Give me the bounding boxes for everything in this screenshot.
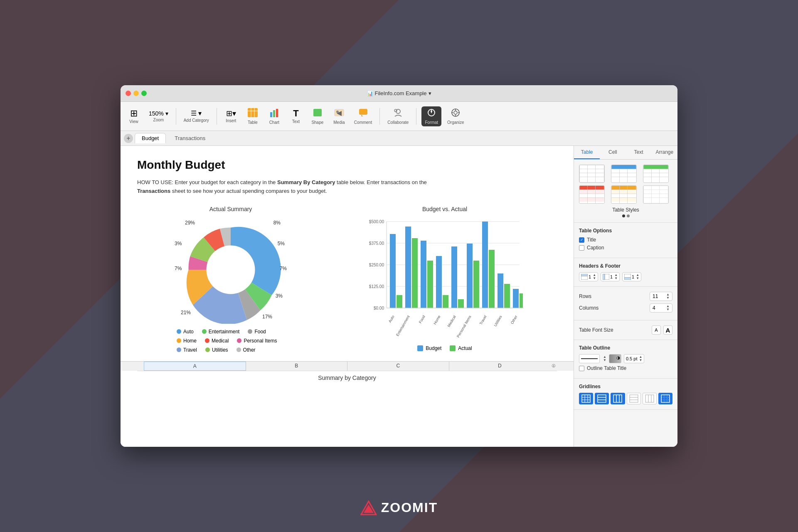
- minimize-button[interactable]: [133, 91, 139, 96]
- font-size-large-button[interactable]: A: [663, 325, 672, 335]
- organize-button[interactable]: Organize: [445, 106, 467, 126]
- table-style-yellow-header[interactable]: [611, 185, 637, 204]
- gridlines-none-button[interactable]: [658, 393, 672, 404]
- svg-text:Food: Food: [418, 315, 426, 324]
- donut-label-entertainment: 8%: [273, 220, 281, 226]
- step-down-footer-icon[interactable]: ▼: [636, 277, 639, 280]
- svg-text:Other: Other: [510, 315, 518, 325]
- column-headers-row: A B C D ⦿: [121, 361, 574, 371]
- columns-stepper[interactable]: ▲ ▼: [666, 305, 670, 311]
- rows-input[interactable]: 11 ▲ ▼: [650, 292, 672, 301]
- svg-rect-48: [504, 284, 510, 308]
- insert-button[interactable]: ⊞▾ Insert: [222, 108, 240, 125]
- hf-cols-stepper[interactable]: ▲ ▼: [614, 273, 618, 280]
- thickness-stepper[interactable]: ▲ ▼: [639, 355, 642, 362]
- bar-chart-title: Budget vs. Actual: [332, 206, 557, 212]
- donut-label-personal: 7%: [175, 266, 182, 271]
- window-title: 📊 FileInfo.com Example ▾: [367, 90, 431, 96]
- tab-budget[interactable]: Budget: [135, 133, 166, 143]
- svg-rect-11: [359, 109, 367, 115]
- step-down-icon[interactable]: ▼: [593, 277, 596, 280]
- text-icon: T: [293, 109, 298, 118]
- document-area: Monthly Budget HOW TO USE: Enter your bu…: [121, 146, 574, 447]
- resize-handle[interactable]: ⦿: [550, 362, 557, 371]
- divider-3: [379, 108, 380, 125]
- shape-button[interactable]: Shape: [308, 106, 327, 126]
- svg-rect-34: [397, 295, 402, 308]
- svg-rect-6: [276, 109, 278, 117]
- columns-input[interactable]: 4 ▲ ▼: [650, 303, 672, 313]
- table-button[interactable]: Table: [244, 106, 262, 126]
- outline-stepper[interactable]: ▲ ▼: [603, 355, 606, 362]
- column-header-d: D: [449, 362, 551, 371]
- gridlines-vertical-button[interactable]: [611, 393, 625, 404]
- legend-home: Home: [177, 338, 197, 344]
- outline-line-select[interactable]: [579, 354, 600, 363]
- title-checkbox[interactable]: [579, 237, 584, 243]
- legend-actual: Actual: [450, 345, 472, 351]
- thickness-value: 0.5 pt: [626, 356, 638, 361]
- panel-tab-text[interactable]: Text: [626, 146, 652, 159]
- text-button[interactable]: T Text: [287, 107, 305, 126]
- zoomit-logo-icon: [360, 500, 377, 515]
- svg-rect-121: [598, 395, 606, 402]
- svg-rect-128: [645, 395, 654, 402]
- legend-food: Food: [248, 329, 266, 335]
- column-header-a[interactable]: A: [144, 362, 246, 371]
- font-size-row: Table Font Size A A: [579, 325, 672, 335]
- hf-control-rows[interactable]: 1 ▲ ▼: [579, 272, 598, 281]
- format-button[interactable]: Format: [421, 106, 441, 126]
- table-style-red-header[interactable]: [579, 185, 605, 204]
- tab-transactions[interactable]: Transactions: [167, 133, 212, 143]
- gridlines-all-button[interactable]: [579, 393, 593, 404]
- step-down-cols-icon[interactable]: ▼: [614, 277, 618, 280]
- media-button[interactable]: Media: [330, 106, 348, 126]
- svg-rect-47: [498, 273, 503, 308]
- outline-thickness[interactable]: 0.5 pt ▲ ▼: [624, 354, 644, 363]
- close-button[interactable]: [126, 91, 131, 96]
- hf-rows-stepper[interactable]: ▲ ▼: [593, 273, 596, 280]
- comment-button[interactable]: Comment: [352, 106, 374, 126]
- table-style-plain[interactable]: [579, 165, 605, 183]
- svg-rect-44: [473, 261, 479, 308]
- collaborate-icon: [393, 108, 403, 119]
- caption-checkbox[interactable]: [579, 245, 584, 251]
- gridlines-inner-h-button[interactable]: [627, 393, 641, 404]
- table-style-blue-header[interactable]: [611, 165, 637, 183]
- option-row-title: Title: [579, 237, 672, 243]
- rows-stepper[interactable]: ▲ ▼: [666, 293, 670, 300]
- panel-tab-arrange[interactable]: Arrange: [652, 146, 677, 159]
- bar-chart-svg: $0.00 $125.00 $250.00 $375.00 $500.00: [332, 217, 557, 334]
- chart-button[interactable]: Chart: [265, 106, 283, 126]
- add-tab-button[interactable]: +: [124, 134, 133, 143]
- legend-box-actual: [450, 345, 456, 351]
- table-style-plain-light[interactable]: [643, 185, 669, 204]
- view-button[interactable]: ⊞ View: [125, 107, 143, 126]
- svg-text:$125.00: $125.00: [369, 284, 384, 289]
- hf-control-footer[interactable]: 1 ▲ ▼: [622, 272, 641, 281]
- panel-tab-cell[interactable]: Cell: [600, 146, 626, 159]
- document-icon: 📊: [367, 91, 373, 96]
- hf-footer-stepper[interactable]: ▲ ▼: [636, 273, 639, 280]
- charts-area: Actual Summary: [137, 206, 557, 353]
- legend-travel: Travel: [177, 347, 197, 353]
- font-size-small-button[interactable]: A: [652, 325, 661, 335]
- table-style-green-header[interactable]: [643, 165, 669, 183]
- right-panel: Table Cell Text Arrange: [574, 146, 677, 447]
- columns-step-down[interactable]: ▼: [666, 308, 670, 311]
- outline-color-swatch[interactable]: [609, 354, 621, 363]
- style-dot-1[interactable]: [622, 214, 625, 217]
- hf-control-cols[interactable]: 1 ▲ ▼: [601, 272, 620, 281]
- add-category-button[interactable]: ☰ ▾ Add Category: [181, 108, 212, 124]
- gridlines-inner-v-button[interactable]: [643, 393, 657, 404]
- gridlines-horizontal-button[interactable]: [595, 393, 609, 404]
- rows-step-down[interactable]: ▼: [666, 296, 670, 300]
- gridlines-section: Gridlines: [574, 379, 677, 410]
- collaborate-button[interactable]: Collaborate: [385, 106, 411, 126]
- style-dot-2[interactable]: [627, 214, 630, 217]
- panel-tab-table[interactable]: Table: [574, 146, 600, 159]
- hf-cols-value: 1: [610, 274, 613, 279]
- zoom-button[interactable]: 150% ▾ Zoom: [146, 109, 171, 124]
- outline-title-checkbox[interactable]: [579, 366, 584, 371]
- maximize-button[interactable]: [141, 91, 147, 96]
